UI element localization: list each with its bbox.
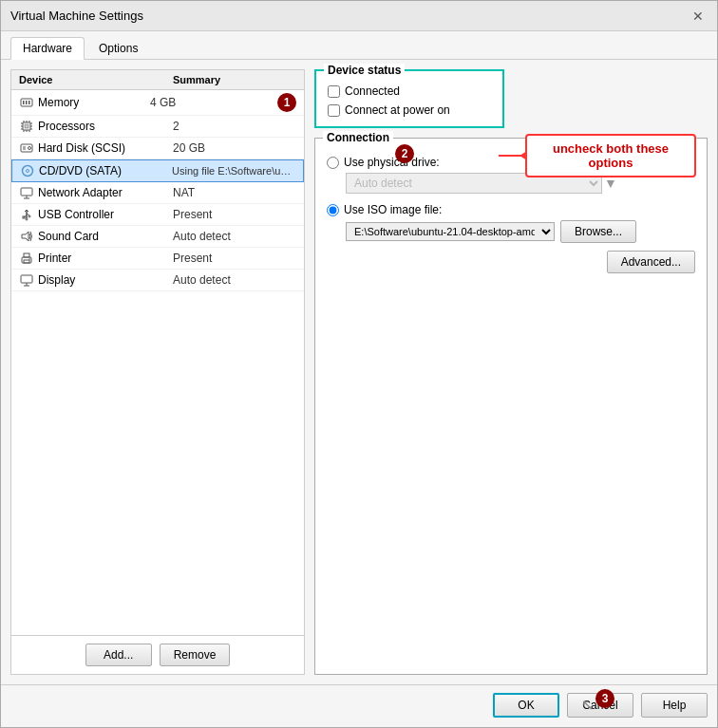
device-item-soundcard[interactable]: Sound Card Auto detect <box>11 226 304 248</box>
browse-button[interactable]: Browse... <box>560 220 636 243</box>
tab-hardware[interactable]: Hardware <box>10 37 85 60</box>
device-item-processors[interactable]: Processors 2 <box>11 116 304 138</box>
display-icon <box>19 272 34 288</box>
tabs-bar: Hardware Options <box>1 31 717 60</box>
svg-point-37 <box>28 258 30 260</box>
svg-marker-33 <box>22 232 28 241</box>
svg-rect-35 <box>24 253 29 257</box>
harddisk-name: Hard Disk (SCSI) <box>38 141 173 155</box>
left-bottom-buttons: Add... Remove <box>11 635 304 674</box>
svg-point-23 <box>27 170 29 173</box>
cursor-icon: ↖ <box>581 696 594 714</box>
iso-path-row: E:\Software\ubuntu-21.04-desktop-amd64.i… <box>346 220 695 243</box>
device-item-display[interactable]: Display Auto detect <box>11 270 304 291</box>
window-title: Virtual Machine Settings <box>10 9 143 23</box>
connected-row: Connected <box>328 84 491 98</box>
device-list-panel: Device Summary Memory 4 GB 1 <box>10 69 305 675</box>
usb-icon <box>19 207 34 222</box>
svg-rect-2 <box>26 101 28 104</box>
help-button[interactable]: Help <box>641 693 708 718</box>
svg-point-19 <box>28 147 31 150</box>
remove-button[interactable]: Remove <box>160 644 231 666</box>
soundcard-summary: Auto detect <box>173 230 296 243</box>
svg-point-22 <box>23 166 33 177</box>
tab-options[interactable]: Options <box>86 37 150 59</box>
processors-name: Processors <box>38 120 173 133</box>
iso-path-select[interactable]: E:\Software\ubuntu-21.04-desktop-amd64.i… <box>346 222 555 241</box>
memory-icon <box>19 95 34 110</box>
svg-rect-24 <box>21 188 32 196</box>
footer-buttons: ↖ 3 OK Cancel Help <box>1 684 717 727</box>
soundcard-name: Sound Card <box>38 230 173 243</box>
col-summary-header: Summary <box>173 74 296 85</box>
memory-name: Memory <box>38 96 150 109</box>
device-status-section: Device status Connected Connect at power… <box>314 69 504 128</box>
badge-3: 3 <box>595 689 614 708</box>
processors-icon <box>19 119 34 134</box>
svg-rect-5 <box>25 124 28 128</box>
cddvd-summary: Using file E:\Software\ubunt... <box>172 165 295 177</box>
connect-at-power-checkbox[interactable] <box>328 104 340 117</box>
usb-name: USB Controller <box>38 208 173 221</box>
iso-radio-row: Use ISO image file: <box>327 203 695 216</box>
col-device-header: Device <box>19 74 173 85</box>
harddisk-icon <box>19 140 34 156</box>
add-button[interactable]: Add... <box>85 644 152 666</box>
svg-rect-38 <box>21 275 32 283</box>
ok-button[interactable]: OK <box>493 693 559 718</box>
svg-rect-1 <box>23 101 25 104</box>
badge-2: 2 <box>395 144 414 163</box>
right-panel: uncheck both these options Device status… <box>314 69 708 675</box>
device-item-usb[interactable]: USB Controller Present <box>11 204 304 226</box>
svg-point-32 <box>26 218 28 220</box>
device-item-harddisk[interactable]: Hard Disk (SCSI) 20 GB <box>11 138 304 159</box>
close-button[interactable]: ✕ <box>689 7 708 26</box>
network-name: Network Adapter <box>38 186 173 199</box>
usb-summary: Present <box>173 208 296 221</box>
cddvd-name: CD/DVD (SATA) <box>39 164 172 177</box>
virtual-machine-settings-window: Virtual Machine Settings ✕ Hardware Opti… <box>0 0 718 728</box>
svg-point-29 <box>28 215 30 217</box>
device-item-memory[interactable]: Memory 4 GB 1 <box>11 90 304 116</box>
annotation-text: uncheck both these options <box>553 141 669 170</box>
advanced-row: Advanced... <box>327 251 695 273</box>
connected-label: Connected <box>345 84 400 98</box>
connection-section: Connection 2 Use physical drive: Auto de… <box>314 138 708 675</box>
annotation-box: uncheck both these options <box>525 134 696 177</box>
network-summary: NAT <box>173 186 296 199</box>
harddisk-summary: 20 GB <box>173 141 296 155</box>
printer-icon <box>19 251 34 266</box>
connected-checkbox[interactable] <box>328 85 340 98</box>
svg-rect-36 <box>24 260 29 263</box>
display-name: Display <box>38 273 173 287</box>
connection-title: Connection <box>323 131 393 144</box>
device-item-printer[interactable]: Printer Present <box>11 248 304 270</box>
network-icon <box>19 185 34 200</box>
svg-rect-3 <box>28 101 30 104</box>
connect-at-power-row: Connect at power on <box>328 103 491 117</box>
physical-drive-radio[interactable] <box>327 157 339 169</box>
title-bar: Virtual Machine Settings ✕ <box>1 1 717 31</box>
device-list-header: Device Summary <box>11 70 304 90</box>
display-summary: Auto detect <box>173 273 296 287</box>
printer-name: Printer <box>38 252 173 265</box>
main-content: Device Summary Memory 4 GB 1 <box>1 60 717 684</box>
printer-summary: Present <box>173 252 296 265</box>
device-item-cddvd[interactable]: CD/DVD (SATA) Using file E:\Software\ubu… <box>11 159 304 182</box>
device-list: Memory 4 GB 1 Processors 2 <box>11 90 304 635</box>
iso-image-label: Use ISO image file: <box>344 203 442 216</box>
advanced-button[interactable]: Advanced... <box>607 251 695 273</box>
physical-drive-label: Use physical drive: <box>344 156 440 169</box>
iso-image-radio[interactable] <box>327 204 339 216</box>
cddvd-icon <box>20 163 35 178</box>
dropdown-chevron-icon: ▼ <box>604 176 617 191</box>
processors-summary: 2 <box>173 120 296 133</box>
connect-at-power-label: Connect at power on <box>345 103 450 117</box>
device-status-title: Device status <box>324 64 405 77</box>
badge-1: 1 <box>277 93 296 112</box>
arrow-indicator <box>499 155 527 157</box>
memory-summary: 4 GB <box>150 96 274 109</box>
device-item-network[interactable]: Network Adapter NAT <box>11 182 304 204</box>
soundcard-icon <box>19 229 34 244</box>
